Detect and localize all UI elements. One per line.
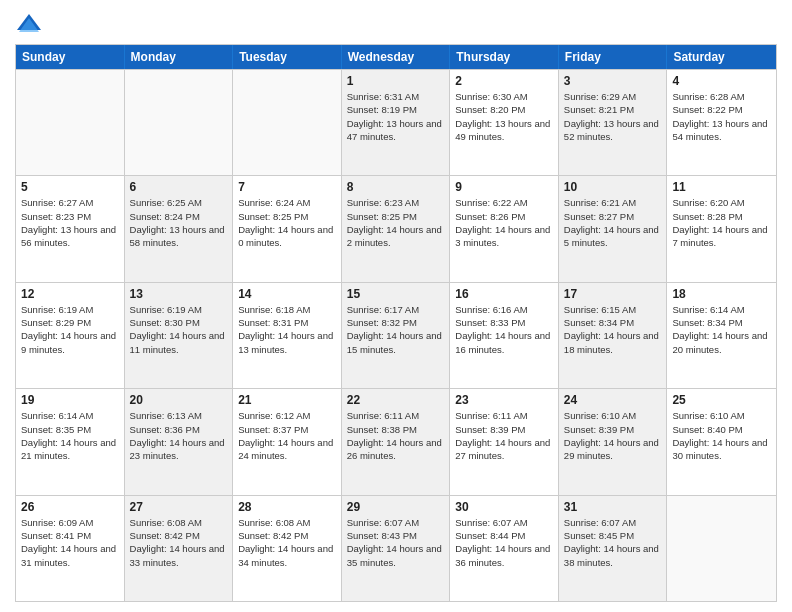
day-info: Sunrise: 6:27 AM Sunset: 8:23 PM Dayligh… (21, 196, 119, 249)
logo (15, 10, 47, 38)
day-cell-11: 11Sunrise: 6:20 AM Sunset: 8:28 PM Dayli… (667, 176, 776, 281)
day-info: Sunrise: 6:07 AM Sunset: 8:45 PM Dayligh… (564, 516, 662, 569)
calendar-row-0: 1Sunrise: 6:31 AM Sunset: 8:19 PM Daylig… (16, 69, 776, 175)
logo-icon (15, 10, 43, 38)
calendar-row-1: 5Sunrise: 6:27 AM Sunset: 8:23 PM Daylig… (16, 175, 776, 281)
day-cell-17: 17Sunrise: 6:15 AM Sunset: 8:34 PM Dayli… (559, 283, 668, 388)
page: SundayMondayTuesdayWednesdayThursdayFrid… (0, 0, 792, 612)
calendar-header: SundayMondayTuesdayWednesdayThursdayFrid… (16, 45, 776, 69)
day-info: Sunrise: 6:07 AM Sunset: 8:43 PM Dayligh… (347, 516, 445, 569)
day-number: 21 (238, 393, 336, 407)
day-info: Sunrise: 6:18 AM Sunset: 8:31 PM Dayligh… (238, 303, 336, 356)
day-info: Sunrise: 6:20 AM Sunset: 8:28 PM Dayligh… (672, 196, 771, 249)
day-info: Sunrise: 6:07 AM Sunset: 8:44 PM Dayligh… (455, 516, 553, 569)
day-number: 5 (21, 180, 119, 194)
day-number: 3 (564, 74, 662, 88)
day-number: 13 (130, 287, 228, 301)
day-cell-18: 18Sunrise: 6:14 AM Sunset: 8:34 PM Dayli… (667, 283, 776, 388)
calendar-row-3: 19Sunrise: 6:14 AM Sunset: 8:35 PM Dayli… (16, 388, 776, 494)
day-number: 18 (672, 287, 771, 301)
calendar-body: 1Sunrise: 6:31 AM Sunset: 8:19 PM Daylig… (16, 69, 776, 601)
day-info: Sunrise: 6:14 AM Sunset: 8:35 PM Dayligh… (21, 409, 119, 462)
day-cell-empty-0-0 (16, 70, 125, 175)
day-number: 4 (672, 74, 771, 88)
header (15, 10, 777, 38)
day-cell-20: 20Sunrise: 6:13 AM Sunset: 8:36 PM Dayli… (125, 389, 234, 494)
day-cell-1: 1Sunrise: 6:31 AM Sunset: 8:19 PM Daylig… (342, 70, 451, 175)
day-cell-12: 12Sunrise: 6:19 AM Sunset: 8:29 PM Dayli… (16, 283, 125, 388)
day-number: 14 (238, 287, 336, 301)
day-info: Sunrise: 6:15 AM Sunset: 8:34 PM Dayligh… (564, 303, 662, 356)
day-header-friday: Friday (559, 45, 668, 69)
day-number: 27 (130, 500, 228, 514)
day-cell-empty-4-6 (667, 496, 776, 601)
day-number: 11 (672, 180, 771, 194)
day-cell-9: 9Sunrise: 6:22 AM Sunset: 8:26 PM Daylig… (450, 176, 559, 281)
day-number: 31 (564, 500, 662, 514)
day-number: 24 (564, 393, 662, 407)
day-header-thursday: Thursday (450, 45, 559, 69)
day-info: Sunrise: 6:16 AM Sunset: 8:33 PM Dayligh… (455, 303, 553, 356)
day-cell-16: 16Sunrise: 6:16 AM Sunset: 8:33 PM Dayli… (450, 283, 559, 388)
day-info: Sunrise: 6:14 AM Sunset: 8:34 PM Dayligh… (672, 303, 771, 356)
day-info: Sunrise: 6:09 AM Sunset: 8:41 PM Dayligh… (21, 516, 119, 569)
day-number: 6 (130, 180, 228, 194)
day-number: 15 (347, 287, 445, 301)
day-header-tuesday: Tuesday (233, 45, 342, 69)
day-info: Sunrise: 6:11 AM Sunset: 8:38 PM Dayligh… (347, 409, 445, 462)
day-info: Sunrise: 6:23 AM Sunset: 8:25 PM Dayligh… (347, 196, 445, 249)
day-cell-8: 8Sunrise: 6:23 AM Sunset: 8:25 PM Daylig… (342, 176, 451, 281)
day-cell-26: 26Sunrise: 6:09 AM Sunset: 8:41 PM Dayli… (16, 496, 125, 601)
day-cell-24: 24Sunrise: 6:10 AM Sunset: 8:39 PM Dayli… (559, 389, 668, 494)
day-info: Sunrise: 6:19 AM Sunset: 8:30 PM Dayligh… (130, 303, 228, 356)
day-cell-empty-0-2 (233, 70, 342, 175)
day-cell-28: 28Sunrise: 6:08 AM Sunset: 8:42 PM Dayli… (233, 496, 342, 601)
day-number: 12 (21, 287, 119, 301)
day-info: Sunrise: 6:30 AM Sunset: 8:20 PM Dayligh… (455, 90, 553, 143)
day-number: 16 (455, 287, 553, 301)
day-cell-29: 29Sunrise: 6:07 AM Sunset: 8:43 PM Dayli… (342, 496, 451, 601)
day-cell-21: 21Sunrise: 6:12 AM Sunset: 8:37 PM Dayli… (233, 389, 342, 494)
day-info: Sunrise: 6:22 AM Sunset: 8:26 PM Dayligh… (455, 196, 553, 249)
day-cell-19: 19Sunrise: 6:14 AM Sunset: 8:35 PM Dayli… (16, 389, 125, 494)
calendar-row-2: 12Sunrise: 6:19 AM Sunset: 8:29 PM Dayli… (16, 282, 776, 388)
day-number: 9 (455, 180, 553, 194)
day-info: Sunrise: 6:12 AM Sunset: 8:37 PM Dayligh… (238, 409, 336, 462)
day-cell-25: 25Sunrise: 6:10 AM Sunset: 8:40 PM Dayli… (667, 389, 776, 494)
day-info: Sunrise: 6:10 AM Sunset: 8:40 PM Dayligh… (672, 409, 771, 462)
day-cell-15: 15Sunrise: 6:17 AM Sunset: 8:32 PM Dayli… (342, 283, 451, 388)
day-cell-2: 2Sunrise: 6:30 AM Sunset: 8:20 PM Daylig… (450, 70, 559, 175)
day-number: 7 (238, 180, 336, 194)
day-header-wednesday: Wednesday (342, 45, 451, 69)
day-cell-6: 6Sunrise: 6:25 AM Sunset: 8:24 PM Daylig… (125, 176, 234, 281)
day-cell-5: 5Sunrise: 6:27 AM Sunset: 8:23 PM Daylig… (16, 176, 125, 281)
day-cell-7: 7Sunrise: 6:24 AM Sunset: 8:25 PM Daylig… (233, 176, 342, 281)
day-number: 25 (672, 393, 771, 407)
calendar-row-4: 26Sunrise: 6:09 AM Sunset: 8:41 PM Dayli… (16, 495, 776, 601)
day-cell-31: 31Sunrise: 6:07 AM Sunset: 8:45 PM Dayli… (559, 496, 668, 601)
day-cell-13: 13Sunrise: 6:19 AM Sunset: 8:30 PM Dayli… (125, 283, 234, 388)
day-cell-3: 3Sunrise: 6:29 AM Sunset: 8:21 PM Daylig… (559, 70, 668, 175)
day-cell-4: 4Sunrise: 6:28 AM Sunset: 8:22 PM Daylig… (667, 70, 776, 175)
day-info: Sunrise: 6:13 AM Sunset: 8:36 PM Dayligh… (130, 409, 228, 462)
day-info: Sunrise: 6:21 AM Sunset: 8:27 PM Dayligh… (564, 196, 662, 249)
day-info: Sunrise: 6:25 AM Sunset: 8:24 PM Dayligh… (130, 196, 228, 249)
day-header-sunday: Sunday (16, 45, 125, 69)
day-info: Sunrise: 6:29 AM Sunset: 8:21 PM Dayligh… (564, 90, 662, 143)
day-number: 17 (564, 287, 662, 301)
day-cell-22: 22Sunrise: 6:11 AM Sunset: 8:38 PM Dayli… (342, 389, 451, 494)
day-cell-10: 10Sunrise: 6:21 AM Sunset: 8:27 PM Dayli… (559, 176, 668, 281)
day-info: Sunrise: 6:11 AM Sunset: 8:39 PM Dayligh… (455, 409, 553, 462)
day-cell-27: 27Sunrise: 6:08 AM Sunset: 8:42 PM Dayli… (125, 496, 234, 601)
calendar: SundayMondayTuesdayWednesdayThursdayFrid… (15, 44, 777, 602)
day-number: 28 (238, 500, 336, 514)
day-cell-empty-0-1 (125, 70, 234, 175)
day-info: Sunrise: 6:10 AM Sunset: 8:39 PM Dayligh… (564, 409, 662, 462)
day-header-monday: Monday (125, 45, 234, 69)
day-number: 19 (21, 393, 119, 407)
day-cell-30: 30Sunrise: 6:07 AM Sunset: 8:44 PM Dayli… (450, 496, 559, 601)
day-cell-14: 14Sunrise: 6:18 AM Sunset: 8:31 PM Dayli… (233, 283, 342, 388)
day-number: 10 (564, 180, 662, 194)
day-info: Sunrise: 6:17 AM Sunset: 8:32 PM Dayligh… (347, 303, 445, 356)
day-header-saturday: Saturday (667, 45, 776, 69)
